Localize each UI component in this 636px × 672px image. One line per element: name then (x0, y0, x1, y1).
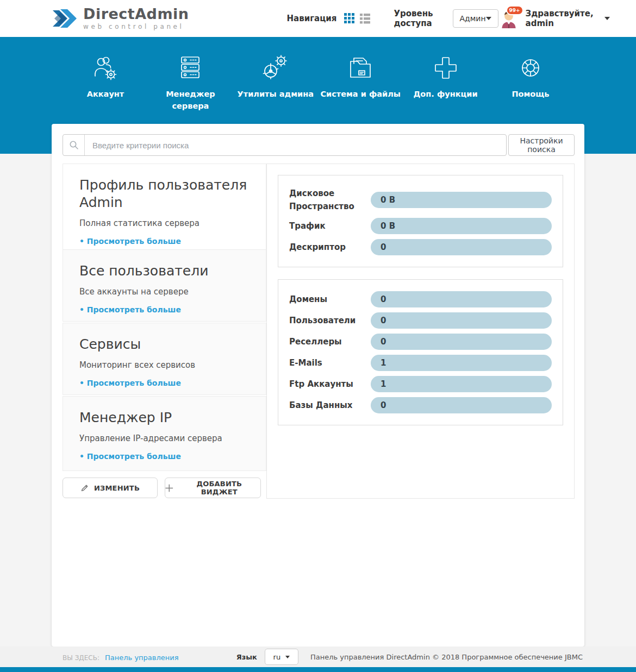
stat-value-pill: 0 (371, 291, 552, 307)
edit-button-label: ИЗМЕНИТЬ (94, 484, 140, 492)
widget-all-users: Все пользователи Все аккаунты на сервере… (63, 249, 266, 322)
dashboard-content: Профиль пользователя Admin Полная статис… (63, 164, 575, 499)
top-header: DirectAdmin web control panel Навигация (0, 0, 636, 37)
copyright-text: Панель управления DirectAdmin © 2018 Про… (310, 653, 583, 661)
nav-item-label: Утилиты админа (238, 88, 314, 100)
main-nav: Аккаунт Менеджер сервера (0, 37, 636, 112)
see-more-link[interactable]: Просмотреть больше (79, 305, 181, 314)
stat-row: Ftp Аккаунты 1 (289, 376, 552, 392)
nav-item-admin-utils[interactable]: Утилиты админа (234, 51, 317, 112)
lifebuoy-icon (516, 51, 545, 81)
nav-item-label: Менеджер сервера (164, 88, 216, 112)
access-level-value: Админ (460, 14, 486, 23)
logo-text: DirectAdmin web control panel (83, 7, 189, 30)
directadmin-logo[interactable]: DirectAdmin web control panel (52, 7, 189, 30)
nav-item-account[interactable]: Аккаунт (64, 51, 147, 112)
stat-label: Базы Данных (289, 399, 371, 412)
widget-title: Все пользователи (79, 262, 250, 280)
widgets-column: Профиль пользователя Admin Полная статис… (63, 164, 266, 498)
list-view-icon[interactable] (360, 13, 371, 24)
gauge-gears-icon (261, 51, 290, 81)
stat-row: Домены 0 (289, 291, 552, 307)
see-more-link[interactable]: Просмотреть больше (79, 237, 181, 246)
server-rack-icon (176, 51, 204, 81)
server-usage-stats: Дисковое Пространство 0 B Трафик 0 B Дес… (278, 175, 563, 267)
search-input[interactable] (85, 141, 506, 150)
breadcrumb-link[interactable]: Панель управления (105, 654, 179, 662)
stat-label: Дисковое Пространство (289, 187, 371, 213)
greeting-text: Здравствуйте, admin (526, 9, 598, 28)
stat-label: Реселлеры (289, 335, 371, 348)
logo-title: DirectAdmin (83, 7, 189, 21)
stat-row: Трафик 0 B (289, 218, 552, 234)
nav-item-label: Доп. функции (413, 88, 477, 100)
nav-item-help[interactable]: Помощь (489, 51, 572, 112)
widget-title: Профиль пользователя Admin (79, 177, 250, 211)
stat-row: Базы Данных 0 (289, 397, 552, 413)
chevron-down-icon[interactable] (604, 17, 610, 20)
avatar[interactable]: 99+ (498, 8, 519, 29)
grid-view-icon[interactable] (344, 13, 355, 24)
widget-title: Менеджер IP (79, 409, 250, 426)
plus-icon (165, 484, 173, 492)
nav-item-label: Аккаунт (87, 88, 124, 100)
stat-value-pill: 0 B (371, 192, 552, 208)
stat-value-pill: 0 (371, 312, 552, 329)
language-select[interactable]: ru (265, 649, 298, 665)
chevron-down-icon (285, 656, 290, 658)
stat-value-pill: 0 (371, 397, 552, 413)
nav-item-server-manager[interactable]: Менеджер сервера (149, 51, 232, 112)
widget-services: Сервисы Мониторинг всех сервисов Просмот… (63, 323, 266, 395)
widget-title: Сервисы (79, 336, 250, 353)
directadmin-logo-icon (52, 7, 77, 30)
view-toggle (344, 13, 371, 24)
header-navigation-controls: Навигация Уровень доступа Админ (287, 9, 498, 28)
search-box (63, 134, 507, 156)
logo-subtitle: web control panel (83, 23, 189, 30)
language-value: ru (273, 653, 281, 661)
folder-files-icon (346, 51, 375, 81)
stat-row: Дисковое Пространство 0 B (289, 187, 552, 213)
nav-item-extra-features[interactable]: Доп. функции (404, 51, 487, 112)
access-level-select[interactable]: Админ (453, 9, 498, 28)
users-gear-icon (91, 51, 120, 81)
stat-value-pill: 1 (371, 355, 552, 371)
widget-user-profile: Профиль пользователя Admin Полная статис… (63, 164, 266, 250)
stat-label: Дескриптор (289, 241, 371, 254)
search-icon[interactable] (63, 135, 85, 155)
server-counts-stats: Домены 0 Пользователи 0 Реселлеры 0 E-Ma… (278, 279, 563, 425)
stat-label: Пользователи (289, 314, 371, 327)
dashboard-card: Настройки поиска Профиль пользователя Ad… (52, 124, 584, 646)
see-more-link[interactable]: Просмотреть больше (79, 452, 181, 461)
add-widget-button[interactable]: ДОБАВИТЬ ВИДЖЕТ (165, 478, 261, 498)
widget-actions: ИЗМЕНИТЬ ДОБАВИТЬ ВИДЖЕТ (63, 478, 266, 498)
search-settings-button[interactable]: Настройки поиска (508, 134, 575, 156)
footer: ВЫ ЗДЕСЬ: Панель управления Язык ru Пане… (0, 646, 636, 672)
breadcrumb: ВЫ ЗДЕСЬ: Панель управления (63, 652, 236, 662)
chevron-down-icon (486, 17, 491, 20)
stat-row: E-Mails 1 (289, 355, 552, 371)
stat-value-pill: 0 B (371, 218, 552, 234)
widget-subtitle: Полная статистика сервера (79, 218, 250, 228)
stat-row: Реселлеры 0 (289, 334, 552, 350)
stat-value-pill: 1 (371, 376, 552, 392)
footer-row: ВЫ ЗДЕСЬ: Панель управления Язык ru Пане… (0, 646, 636, 667)
stat-value-pill: 0 (371, 334, 552, 350)
nav-item-label: Помощь (512, 88, 549, 100)
widget-subtitle: Мониторинг всех сервисов (79, 360, 250, 370)
stat-row: Дескриптор 0 (289, 239, 552, 255)
see-more-link[interactable]: Просмотреть больше (79, 379, 181, 387)
user-menu[interactable]: 99+ Здравствуйте, admin (498, 8, 610, 29)
access-level-label: Уровень доступа (394, 9, 446, 28)
stat-label: E-Mails (289, 356, 371, 369)
notification-badge[interactable]: 99+ (506, 5, 523, 15)
widget-subtitle: Все аккаунты на сервере (79, 287, 250, 297)
nav-item-system-files[interactable]: Система и файлы (319, 51, 402, 112)
stats-column: Дисковое Пространство 0 B Трафик 0 B Дес… (266, 164, 575, 499)
nav-item-label: Система и файлы (320, 88, 401, 100)
footer-accent-bar (0, 667, 636, 672)
stat-label: Ftp Аккаунты (289, 378, 371, 391)
widget-ip-manager: Менеджер IP Управление IP-адресами серве… (63, 396, 266, 471)
search-row: Настройки поиска (63, 134, 575, 156)
edit-button[interactable]: ИЗМЕНИТЬ (63, 478, 158, 498)
